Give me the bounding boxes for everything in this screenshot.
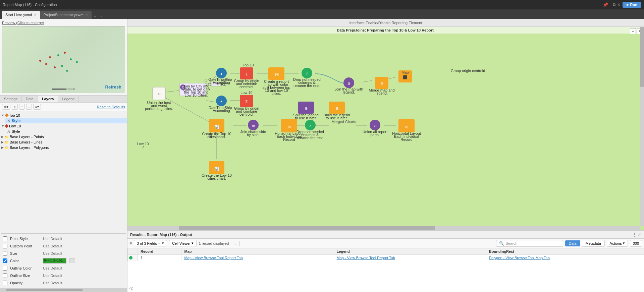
tab-settings[interactable]: Settings [0,96,22,102]
layer-label-low10-style: Style [12,129,20,133]
layer-icon-top10-style: A [7,119,11,123]
metadata-button[interactable]: Metadata [582,240,605,247]
layer-icon-low10 [5,124,8,128]
layer-icon-low10-style: A [7,130,11,133]
cell-map-1[interactable]: Map - View Browse Tool Report Tab [181,255,334,261]
svg-line-9 [164,97,216,126]
svg-text:parts.: parts. [370,133,380,137]
tab-start-here[interactable]: Start Here.yxmd ✕ [2,11,40,19]
cell-bounding-1[interactable]: Polygon - View Browse Tool Map Tab [486,255,644,261]
interface-bar: Interface: Enable/Disable Reporting Elem… [127,19,644,27]
map-link-1[interactable]: Map - View Browse Tool Report Tab [184,256,243,260]
cell-legend-1[interactable]: Map - View Browse Tool Report Tab [334,255,486,261]
svg-text:⊞: ⊞ [380,81,383,85]
tab-data[interactable]: Data [22,96,38,102]
data-button[interactable]: Data [565,240,580,246]
results-expand-button[interactable]: ⋮ [633,232,637,237]
fields-button[interactable]: 3 of 3 Fields ✓ ▾ [134,240,167,246]
bounding-link-1[interactable]: Polygon - View Browse Tool Map Tab [489,256,550,260]
layer-item-base-points[interactable]: ▶ 📁 Base Layers - Points [0,134,127,139]
table-header-row: Record Map Legend BoundingRect [128,248,644,255]
prop-checkbox-color[interactable] [3,258,7,263]
cell-viewer-button[interactable]: Cell Viewer ▾ [169,240,197,246]
zoom-minus-button[interactable]: − [630,28,636,34]
svg-text:✓: ✓ [306,71,309,75]
map-background: 0 mi 100 [2,26,125,93]
svg-text:cities chart.: cities chart. [207,176,226,180]
prop-checkbox-size[interactable] [3,251,7,256]
svg-line-6 [389,77,396,79]
close-window-icon[interactable]: ✕ [617,2,621,7]
tab-close-project[interactable]: ✕ [86,13,88,16]
col-header-record[interactable]: Record [138,248,181,255]
prop-label-opacity: Opacity [10,281,40,285]
menu-icon[interactable]: ⋯ [596,2,601,7]
results-header: Results - Report Map (116) - Output ⋮ ⤢ [127,231,644,239]
left-panel-scrollbar[interactable] [0,288,127,292]
svg-text:⬛: ⬛ [403,75,408,79]
canvas-scrollbar-y[interactable] [640,27,644,226]
data-table: Record Map Legend BoundingRect [127,248,644,286]
cell-viewer-label: Cell Viewer [172,241,191,245]
tab-legend[interactable]: Legend [58,96,79,102]
right-area: Interface: Enable/Disable Reporting Elem… [127,19,644,292]
restore-icon[interactable]: ⧉ [613,2,616,7]
col-header-legend[interactable]: Legend [334,248,486,255]
search-input-container[interactable]: 🔍 Search [496,240,563,247]
layer-item-base-lines[interactable]: ▶ 📁 Base Layers - Lines [0,139,127,145]
refresh-link[interactable]: Refresh [105,84,121,90]
svg-text:Ascending: Ascending [213,109,230,113]
folder-icon-base-points: 📁 [5,135,9,139]
color-swatch[interactable]: R=44, G=160, B=44 [43,258,66,264]
svg-text:centroid.: centroid. [239,112,254,116]
tab-layers[interactable]: Layers [38,96,58,102]
pin-icon[interactable]: 📌 [603,2,608,7]
reset-defaults-link[interactable]: Reset to Defaults [97,105,125,109]
more-button-color[interactable]: ··· [69,258,75,263]
svg-text:Low 10: Low 10 [240,91,252,95]
row-info-button[interactable]: ⓘ [129,286,133,291]
nav-down-button[interactable]: ↓ [235,241,237,246]
move-down-button[interactable]: ↓ [26,104,32,110]
folder-icon-base-polygons: 📁 [5,146,9,150]
svg-text:rename the rest.: rename the rest. [293,83,320,87]
layer-item-base-polygons[interactable]: ▶ 📁 Base Layers - Polygons [0,145,127,150]
actions-button[interactable]: Actions ▾ [607,240,628,247]
actions-label: Actions [610,241,622,245]
move-up-button[interactable]: ↑ [19,104,25,110]
preview-title[interactable]: Preview (Click to enlarge) [2,21,125,25]
prop-checkbox-opacity[interactable] [3,281,7,285]
canvas-area[interactable]: Data Prep/Joins: Preparing the Top 10 & … [127,27,644,230]
legend-link-1[interactable]: Map - View Browse Tool Report Tab [337,256,395,260]
layer-item-low10[interactable]: ▼ Low 10 [0,123,127,129]
results-pin-button[interactable]: ⤢ [638,232,641,237]
grid-button[interactable]: 000 [630,240,642,247]
tab-more-button[interactable]: ··· [98,14,102,19]
prop-checkbox-outline-size[interactable] [3,273,7,278]
tab-close-start[interactable]: ✕ [34,13,37,16]
nav-up-button[interactable]: ↑ [231,241,233,246]
prop-checkbox-custom-point[interactable] [3,244,7,248]
svg-text:📊: 📊 [214,124,219,129]
layer-options-button[interactable]: ≡▾ [33,104,41,110]
col-header-bounding[interactable]: BoundingRect [486,248,644,255]
run-button[interactable]: Run [623,2,641,8]
remove-layer-button[interactable]: ○ [12,104,18,110]
add-layer-button[interactable]: ⊕▾ [2,104,10,110]
svg-text:⊕: ⊕ [347,81,351,85]
fields-check-icon: ✓ [158,241,161,245]
new-tab-button[interactable]: + [92,13,98,19]
prop-checkbox-outline-color[interactable] [3,266,7,271]
layer-label-top10: Top 10 [9,113,20,117]
col-header-map[interactable]: Map [181,248,334,255]
svg-text:Low 10 Cities.: Low 10 Cities. [184,93,208,97]
layer-item-top10-style[interactable]: A Style [5,118,127,123]
canvas-scrollbar-x[interactable] [127,226,640,230]
layer-item-top10[interactable]: ▼ Top 10 [0,113,127,118]
layer-item-low10-style[interactable]: A Style [5,129,127,134]
prop-color: Color R=44, G=160, B=44 ··· [3,257,124,265]
tab-project-superstore[interactable]: ProjectSuperstore.yxwz* ✕ [40,11,92,19]
prop-checkbox-point-style[interactable] [3,236,7,241]
fields-menu-icon[interactable]: ≡ [129,241,132,246]
prop-point-style: Point Style Use Default [3,235,124,242]
